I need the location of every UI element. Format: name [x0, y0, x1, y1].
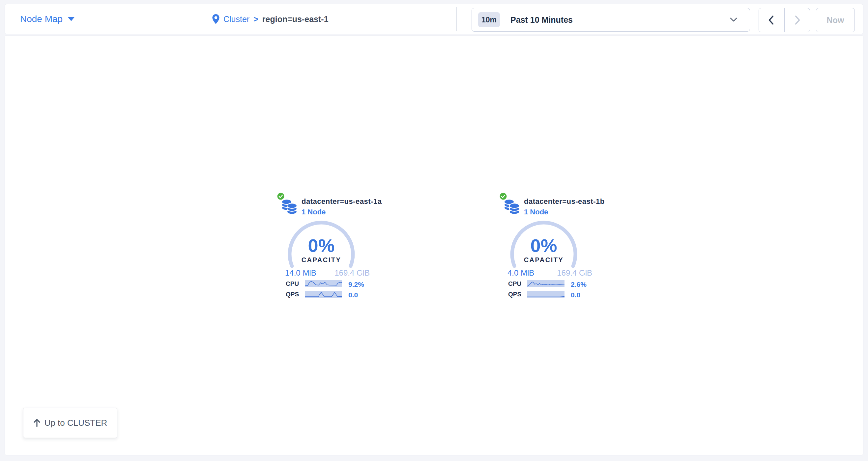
capacity-label: CAPACITY [285, 256, 358, 264]
chevron-down-icon [730, 18, 737, 22]
database-stack-icon [281, 199, 298, 215]
qps-label: QPS [508, 291, 521, 298]
cpu-metric-row: CPU 2.6% [501, 280, 593, 288]
qps-label: QPS [286, 291, 299, 298]
cpu-value: 9.2% [348, 281, 364, 289]
time-range-dropdown[interactable]: 10m Past 10 Minutes [471, 8, 750, 32]
breadcrumb-current: region=us-east-1 [262, 14, 329, 24]
time-next-button[interactable] [785, 8, 810, 32]
view-selector-label: Node Map [20, 14, 63, 24]
capacity-values: 14.0 MiB 169.4 GiB [285, 268, 370, 277]
datacenter-card[interactable]: datacenter=us-east-1b 1 Node 0% CAPACITY… [501, 192, 593, 301]
qps-value: 0.0 [571, 291, 580, 299]
capacity-values: 4.0 MiB 169.4 GiB [507, 268, 592, 277]
datacenter-card[interactable]: datacenter=us-east-1a 1 Node 0% CAPACITY… [278, 192, 371, 301]
qps-metric-row: QPS 0.0 [501, 291, 593, 298]
capacity-percent: 0% [285, 236, 358, 255]
cpu-label: CPU [286, 280, 299, 288]
cpu-sparkline [527, 280, 564, 287]
up-to-cluster-label: Up to CLUSTER [44, 418, 107, 428]
time-range-label: Past 10 Minutes [510, 15, 573, 25]
breadcrumb: Cluster > region=us-east-1 [212, 4, 329, 34]
top-bar: Node Map Cluster > region=us-east-1 10m … [5, 4, 863, 34]
arrow-up-icon [33, 419, 40, 427]
caret-down-icon [68, 17, 74, 21]
time-range-badge: 10m [478, 12, 500, 27]
capacity-total: 169.4 GiB [557, 268, 592, 277]
capacity-percent: 0% [507, 236, 580, 255]
now-button[interactable]: Now [816, 8, 855, 32]
datacenter-node-count[interactable]: 1 Node [524, 208, 548, 216]
view-selector-dropdown[interactable]: Node Map [20, 4, 74, 34]
datacenter-title: datacenter=us-east-1b [524, 197, 605, 206]
location-pin-icon [212, 14, 219, 24]
cpu-label: CPU [508, 280, 521, 288]
chevron-left-icon [768, 15, 775, 25]
cpu-sparkline [305, 280, 342, 287]
capacity-used: 14.0 MiB [285, 268, 316, 277]
cpu-value: 2.6% [571, 281, 587, 289]
cpu-metric-row: CPU 9.2% [278, 280, 371, 288]
qps-sparkline [305, 291, 342, 298]
time-nav-group [758, 8, 810, 32]
time-prev-button[interactable] [759, 8, 785, 32]
node-map-canvas [5, 35, 863, 455]
chevron-right-icon [793, 15, 801, 25]
breadcrumb-separator: > [253, 14, 258, 24]
capacity-gauge: 0% CAPACITY [507, 218, 580, 290]
datacenter-node-count[interactable]: 1 Node [302, 208, 326, 216]
datacenter-title: datacenter=us-east-1a [302, 197, 382, 206]
breadcrumb-cluster-link[interactable]: Cluster [223, 14, 249, 24]
database-stack-icon [503, 199, 520, 215]
capacity-total: 169.4 GiB [335, 268, 370, 277]
up-to-cluster-button[interactable]: Up to CLUSTER [23, 408, 117, 438]
capacity-label: CAPACITY [507, 256, 580, 264]
capacity-used: 4.0 MiB [507, 268, 534, 277]
qps-metric-row: QPS 0.0 [278, 291, 371, 298]
qps-value: 0.0 [348, 291, 358, 299]
qps-sparkline [527, 291, 564, 298]
capacity-gauge: 0% CAPACITY [285, 218, 358, 290]
